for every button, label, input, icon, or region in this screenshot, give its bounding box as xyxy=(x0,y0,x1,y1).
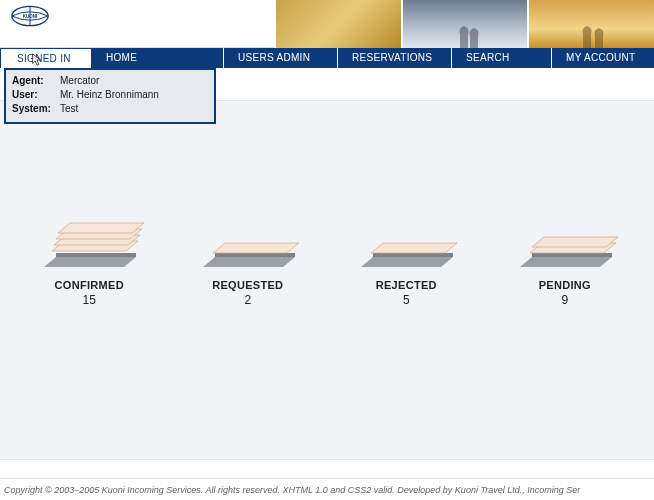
status-requested-label: REQUESTED xyxy=(173,279,323,291)
status-rejected[interactable]: REJECTED 5 xyxy=(331,211,481,307)
status-requested-count: 2 xyxy=(173,293,323,307)
session-user-label: User: xyxy=(12,88,60,102)
svg-marker-12 xyxy=(373,253,453,257)
session-user-row: User: Mr. Heinz Bronnimann xyxy=(12,88,208,102)
status-rejected-label: REJECTED xyxy=(331,279,481,291)
svg-marker-14 xyxy=(520,257,612,267)
svg-marker-7 xyxy=(58,223,144,233)
svg-marker-15 xyxy=(532,253,612,257)
svg-marker-17 xyxy=(532,237,618,247)
brand-logo: KUONI xyxy=(10,5,50,27)
nav-signed-in[interactable]: SIGNED IN xyxy=(0,48,92,68)
content-area: CONFIRMED 15 REQUESTED 2 xyxy=(0,100,654,460)
nav-my-account-label: MY ACCOUNT xyxy=(566,52,636,63)
svg-marker-2 xyxy=(44,257,136,267)
svg-marker-11 xyxy=(361,257,453,267)
session-agent-label: Agent: xyxy=(12,74,60,88)
main-nav: SIGNED IN HOME USERS ADMIN RESERVATIONS … xyxy=(0,48,654,68)
footer: Copyright © 2003–2005 Kuoni Incoming Ser… xyxy=(0,478,654,500)
session-agent-value: Mercator xyxy=(60,74,99,88)
folder-stack-icon xyxy=(490,211,640,273)
nav-reservations-label: RESERVATIONS xyxy=(352,52,432,63)
nav-users-admin-label: USERS ADMIN xyxy=(238,52,310,63)
svg-marker-13 xyxy=(371,243,457,253)
footer-text: Copyright © 2003–2005 Kuoni Incoming Ser… xyxy=(4,485,580,495)
brand-text: KUONI xyxy=(23,14,38,19)
status-pending[interactable]: PENDING 9 xyxy=(490,211,640,307)
session-system-row: System: Test xyxy=(12,102,208,116)
folder-stack-icon xyxy=(14,211,164,273)
nav-home[interactable]: HOME xyxy=(92,48,224,68)
status-rejected-count: 5 xyxy=(331,293,481,307)
nav-reservations[interactable]: RESERVATIONS xyxy=(338,48,452,68)
folder-stack-icon xyxy=(173,211,323,273)
session-info-panel: Agent: Mercator User: Mr. Heinz Bronnima… xyxy=(4,68,216,124)
session-user-value: Mr. Heinz Bronnimann xyxy=(60,88,159,102)
status-confirmed[interactable]: CONFIRMED 15 xyxy=(14,211,164,307)
svg-marker-9 xyxy=(215,253,295,257)
nav-users-admin[interactable]: USERS ADMIN xyxy=(224,48,338,68)
banner-image-1 xyxy=(274,0,401,48)
session-system-label: System: xyxy=(12,102,60,116)
nav-my-account[interactable]: MY ACCOUNT xyxy=(552,48,654,68)
status-pending-label: PENDING xyxy=(490,279,640,291)
svg-marker-10 xyxy=(213,243,299,253)
banner-image-3 xyxy=(527,0,654,48)
banner-image-2 xyxy=(401,0,528,48)
session-system-value: Test xyxy=(60,102,78,116)
nav-home-label: HOME xyxy=(106,52,137,63)
folder-stack-icon xyxy=(331,211,481,273)
nav-signed-in-label: SIGNED IN xyxy=(17,53,71,64)
status-requested[interactable]: REQUESTED 2 xyxy=(173,211,323,307)
top-banner: KUONI xyxy=(0,0,654,48)
svg-marker-3 xyxy=(56,253,136,257)
svg-marker-8 xyxy=(203,257,295,267)
nav-search-label: SEARCH xyxy=(466,52,509,63)
status-row: CONFIRMED 15 REQUESTED 2 xyxy=(0,211,654,307)
session-agent-row: Agent: Mercator xyxy=(12,74,208,88)
status-confirmed-count: 15 xyxy=(14,293,164,307)
banner-images xyxy=(274,0,654,48)
status-confirmed-label: CONFIRMED xyxy=(14,279,164,291)
nav-search[interactable]: SEARCH xyxy=(452,48,552,68)
status-pending-count: 9 xyxy=(490,293,640,307)
